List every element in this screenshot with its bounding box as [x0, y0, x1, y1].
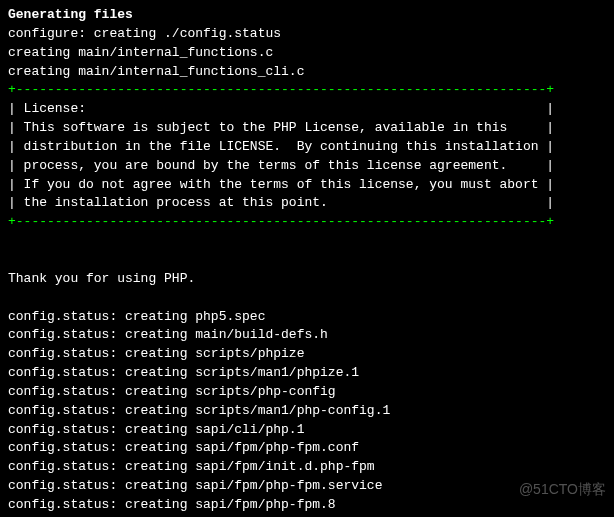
status-line-9: config.status: creating sapi/fpm/init.d.…	[8, 458, 606, 477]
status-line-10: config.status: creating sapi/fpm/php-fpm…	[8, 477, 606, 496]
license-line-5: | If you do not agree with the terms of …	[8, 176, 606, 195]
license-line-3: | distribution in the file LICENSE. By c…	[8, 138, 606, 157]
status-line-8: config.status: creating sapi/fpm/php-fpm…	[8, 439, 606, 458]
separator-bottom: +---------------------------------------…	[8, 213, 606, 232]
creating-line-2: creating main/internal_functions_cli.c	[8, 63, 606, 82]
license-line-2: | This software is subject to the PHP Li…	[8, 119, 606, 138]
creating-line-1: creating main/internal_functions.c	[8, 44, 606, 63]
status-line-6: config.status: creating scripts/man1/php…	[8, 402, 606, 421]
blank-line-1	[8, 232, 606, 251]
license-line-4: | process, you are bound by the terms of…	[8, 157, 606, 176]
status-line-7: config.status: creating sapi/cli/php.1	[8, 421, 606, 440]
status-line-11: config.status: creating sapi/fpm/php-fpm…	[8, 496, 606, 515]
license-line-1: | License: |	[8, 100, 606, 119]
separator-top: +---------------------------------------…	[8, 81, 606, 100]
terminal-output: Generating files configure: creating ./c…	[8, 6, 606, 517]
license-line-6: | the installation process at this point…	[8, 194, 606, 213]
status-line-1: config.status: creating php5.spec	[8, 308, 606, 327]
status-line-3: config.status: creating scripts/phpize	[8, 345, 606, 364]
status-line-4: config.status: creating scripts/man1/php…	[8, 364, 606, 383]
thanks-line: Thank you for using PHP.	[8, 270, 606, 289]
status-line-2: config.status: creating main/build-defs.…	[8, 326, 606, 345]
blank-line-2	[8, 251, 606, 270]
configure-line: configure: creating ./config.status	[8, 25, 606, 44]
status-line-5: config.status: creating scripts/php-conf…	[8, 383, 606, 402]
blank-line-3	[8, 289, 606, 308]
generating-header: Generating files	[8, 6, 606, 25]
